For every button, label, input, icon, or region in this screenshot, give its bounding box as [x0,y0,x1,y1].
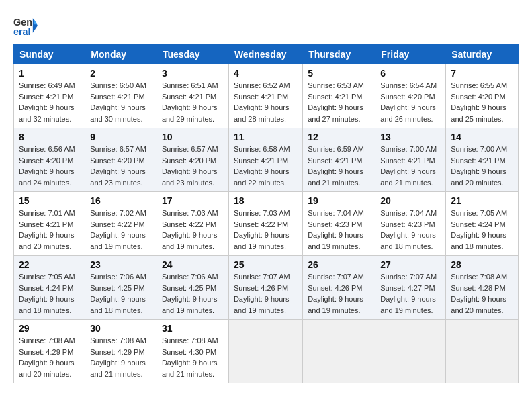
day-info: Sunrise: 7:08 AM Sunset: 4:30 PM Dayligh… [162,335,224,379]
calendar-cell: 17 Sunrise: 7:03 AM Sunset: 4:22 PM Dayl… [157,192,228,256]
calendar-header-thursday: Thursday [303,45,375,64]
calendar-cell: 11 Sunrise: 6:58 AM Sunset: 4:21 PM Dayl… [228,128,302,192]
day-info: Sunrise: 7:00 AM Sunset: 4:21 PM Dayligh… [451,144,513,188]
day-info: Sunrise: 7:01 AM Sunset: 4:21 PM Dayligh… [19,208,80,252]
svg-marker-2 [33,18,38,33]
day-info: Sunrise: 7:02 AM Sunset: 4:22 PM Dayligh… [90,208,152,252]
day-info: Sunrise: 6:57 AM Sunset: 4:20 PM Dayligh… [90,144,152,188]
calendar-cell: 14 Sunrise: 7:00 AM Sunset: 4:21 PM Dayl… [446,128,519,192]
calendar-cell: 21 Sunrise: 7:05 AM Sunset: 4:24 PM Dayl… [446,192,519,256]
day-info: Sunrise: 6:56 AM Sunset: 4:20 PM Dayligh… [19,144,80,188]
day-info: Sunrise: 6:49 AM Sunset: 4:21 PM Dayligh… [19,80,80,124]
calendar-header-wednesday: Wednesday [228,45,302,64]
calendar-cell: 1 Sunrise: 6:49 AM Sunset: 4:21 PM Dayli… [14,64,85,128]
day-info: Sunrise: 6:53 AM Sunset: 4:21 PM Dayligh… [308,80,370,124]
day-info: Sunrise: 7:07 AM Sunset: 4:27 PM Dayligh… [380,271,441,316]
logo-icon: Gen eral [13,13,38,38]
calendar-cell [303,320,375,383]
day-info: Sunrise: 7:07 AM Sunset: 4:26 PM Dayligh… [308,271,370,316]
calendar-cell: 22 Sunrise: 7:05 AM Sunset: 4:24 PM Dayl… [14,256,85,320]
day-number: 23 [90,259,152,270]
calendar-cell: 7 Sunrise: 6:55 AM Sunset: 4:20 PM Dayli… [446,64,519,128]
day-info: Sunrise: 7:04 AM Sunset: 4:23 PM Dayligh… [380,208,441,252]
calendar-header-tuesday: Tuesday [157,45,228,64]
calendar-cell: 8 Sunrise: 6:56 AM Sunset: 4:20 PM Dayli… [14,128,85,192]
calendar-cell: 24 Sunrise: 7:06 AM Sunset: 4:25 PM Dayl… [157,256,228,320]
day-number: 25 [234,259,298,270]
day-info: Sunrise: 7:08 AM Sunset: 4:29 PM Dayligh… [90,335,152,379]
calendar-cell: 16 Sunrise: 7:02 AM Sunset: 4:22 PM Dayl… [85,192,157,256]
calendar-cell [375,320,446,383]
day-info: Sunrise: 6:58 AM Sunset: 4:21 PM Dayligh… [234,144,298,188]
day-number: 21 [451,195,513,206]
day-number: 16 [90,195,152,206]
day-number: 15 [19,195,80,206]
day-number: 11 [234,132,298,142]
day-info: Sunrise: 7:03 AM Sunset: 4:22 PM Dayligh… [234,208,298,252]
calendar-cell: 15 Sunrise: 7:01 AM Sunset: 4:21 PM Dayl… [14,192,85,256]
day-number: 2 [90,68,152,79]
calendar-cell: 13 Sunrise: 7:00 AM Sunset: 4:21 PM Dayl… [375,128,446,192]
day-number: 12 [308,132,370,142]
calendar-header-friday: Friday [375,45,446,64]
day-info: Sunrise: 7:05 AM Sunset: 4:24 PM Dayligh… [19,271,80,316]
day-info: Sunrise: 7:08 AM Sunset: 4:28 PM Dayligh… [451,271,513,316]
calendar-cell: 4 Sunrise: 6:52 AM Sunset: 4:21 PM Dayli… [228,64,302,128]
day-number: 1 [19,68,80,79]
calendar-cell: 26 Sunrise: 7:07 AM Sunset: 4:26 PM Dayl… [303,256,375,320]
calendar-cell: 31 Sunrise: 7:08 AM Sunset: 4:30 PM Dayl… [157,320,228,383]
day-number: 6 [380,68,441,79]
day-number: 7 [451,68,513,79]
day-info: Sunrise: 7:07 AM Sunset: 4:26 PM Dayligh… [234,271,298,316]
calendar-body: 1 Sunrise: 6:49 AM Sunset: 4:21 PM Dayli… [14,64,519,383]
day-number: 10 [162,132,224,142]
day-info: Sunrise: 7:00 AM Sunset: 4:21 PM Dayligh… [380,144,441,188]
day-number: 4 [234,68,298,79]
svg-text:eral: eral [13,26,31,37]
day-number: 14 [451,132,513,142]
day-info: Sunrise: 7:04 AM Sunset: 4:23 PM Dayligh… [308,208,370,252]
calendar-cell: 2 Sunrise: 6:50 AM Sunset: 4:21 PM Dayli… [85,64,157,128]
day-number: 9 [90,132,152,142]
day-info: Sunrise: 7:03 AM Sunset: 4:22 PM Dayligh… [162,208,224,252]
day-number: 8 [19,132,80,142]
day-number: 31 [162,323,224,334]
day-info: Sunrise: 6:57 AM Sunset: 4:20 PM Dayligh… [162,144,224,188]
day-number: 3 [162,68,224,79]
day-info: Sunrise: 7:06 AM Sunset: 4:25 PM Dayligh… [90,271,152,316]
day-number: 28 [451,259,513,270]
day-info: Sunrise: 7:06 AM Sunset: 4:25 PM Dayligh… [162,271,224,316]
day-number: 19 [308,195,370,206]
calendar-table: SundayMondayTuesdayWednesdayThursdayFrid… [13,44,519,383]
day-number: 18 [234,195,298,206]
day-number: 24 [162,259,224,270]
calendar-week-4: 22 Sunrise: 7:05 AM Sunset: 4:24 PM Dayl… [14,256,519,320]
calendar-cell: 19 Sunrise: 7:04 AM Sunset: 4:23 PM Dayl… [303,192,375,256]
logo: Gen eral [13,13,40,38]
day-info: Sunrise: 7:08 AM Sunset: 4:29 PM Dayligh… [19,335,80,379]
day-info: Sunrise: 6:54 AM Sunset: 4:20 PM Dayligh… [380,80,441,124]
calendar-header-sunday: Sunday [14,45,85,64]
day-info: Sunrise: 7:05 AM Sunset: 4:24 PM Dayligh… [451,208,513,252]
day-number: 27 [380,259,441,270]
calendar-cell: 18 Sunrise: 7:03 AM Sunset: 4:22 PM Dayl… [228,192,302,256]
svg-marker-3 [34,19,38,24]
calendar-week-2: 8 Sunrise: 6:56 AM Sunset: 4:20 PM Dayli… [14,128,519,192]
calendar-header-monday: Monday [85,45,157,64]
calendar-cell: 12 Sunrise: 6:59 AM Sunset: 4:21 PM Dayl… [303,128,375,192]
calendar-week-5: 29 Sunrise: 7:08 AM Sunset: 4:29 PM Dayl… [14,320,519,383]
day-info: Sunrise: 6:51 AM Sunset: 4:21 PM Dayligh… [162,80,224,124]
calendar-cell: 23 Sunrise: 7:06 AM Sunset: 4:25 PM Dayl… [85,256,157,320]
day-number: 29 [19,323,80,334]
day-number: 22 [19,259,80,270]
day-number: 26 [308,259,370,270]
calendar-cell: 28 Sunrise: 7:08 AM Sunset: 4:28 PM Dayl… [446,256,519,320]
day-info: Sunrise: 6:55 AM Sunset: 4:20 PM Dayligh… [451,80,513,124]
calendar-cell: 6 Sunrise: 6:54 AM Sunset: 4:20 PM Dayli… [375,64,446,128]
day-number: 30 [90,323,152,334]
calendar-cell: 20 Sunrise: 7:04 AM Sunset: 4:23 PM Dayl… [375,192,446,256]
day-number: 20 [380,195,441,206]
day-number: 13 [380,132,441,142]
calendar-cell: 29 Sunrise: 7:08 AM Sunset: 4:29 PM Dayl… [14,320,85,383]
calendar-cell [228,320,302,383]
